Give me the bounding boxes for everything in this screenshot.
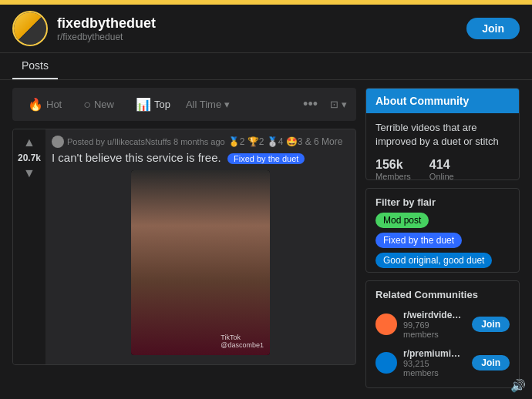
related-communities-card: Related Communities r/weirdvideosfor3am … — [365, 280, 520, 388]
hot-label: Hot — [46, 99, 62, 110]
post-meta: Posted by u/IlikecatsNstuffs 8 months ag… — [52, 136, 349, 148]
top-label: Top — [154, 99, 170, 110]
header: fixedbytheduet r/fixedbytheduet Join — [0, 5, 532, 53]
hot-icon: 🔥 — [28, 97, 43, 112]
user-avatar-icon — [52, 136, 64, 148]
about-community-body: Terrible videos that are improved by a d… — [366, 113, 519, 180]
tab-posts[interactable]: Posts — [12, 53, 58, 79]
avatar-image — [14, 12, 46, 45]
related-community-3: r/UnusualVideos 93,114 members Join — [366, 382, 519, 388]
related-community-1: r/weirdvideosfor3am 99,769 members Join — [366, 305, 519, 344]
post-awards: 🥇2 🏆2 🥈4 🤩3 & 6 More — [228, 136, 343, 147]
online-count: 414 — [429, 158, 454, 172]
post-flair-badge[interactable]: Fixed by the duet — [227, 153, 305, 164]
flair-filter-card: Filter by flair Mod post Fixed by the du… — [365, 188, 520, 273]
sort-new[interactable]: ○ New — [77, 95, 120, 115]
sidebar: About Community Terrible videos that are… — [365, 88, 520, 388]
header-text: fixedbytheduet r/fixedbytheduet — [57, 15, 457, 42]
post-vote: ▲ 20.7k ▼ — [13, 129, 45, 364]
tiktok-label: TikTok — [221, 334, 241, 341]
flair-tags-container: Mod post Fixed by the duet Good original… — [366, 213, 519, 273]
related-avatar-2 — [375, 352, 397, 374]
sort-bar: 🔥 Hot ○ New 📊 Top All Time ▾ ••• ⊡ ▾ — [12, 88, 356, 121]
post-author-text: Posted by u/IlikecatsNstuffs 8 months ag… — [67, 137, 225, 146]
avatar — [12, 11, 48, 46]
layout-icon: ⊡ — [330, 99, 338, 110]
post-inner: ▲ 20.7k ▼ Posted by u/IlikecatsNstuffs 8… — [13, 129, 355, 364]
online-label: Online — [429, 172, 454, 180]
feed: 🔥 Hot ○ New 📊 Top All Time ▾ ••• ⊡ ▾ — [12, 88, 356, 388]
top-icon: 📊 — [136, 97, 151, 112]
members-count: 156k — [375, 158, 411, 172]
post-title[interactable]: I can't believe this service is free. Fi… — [52, 151, 349, 164]
about-community-header: About Community — [366, 89, 519, 113]
related-info-3: r/UnusualVideos 93,114 members — [403, 387, 466, 388]
chevron-down-icon-2: ▾ — [342, 99, 347, 110]
sort-time-filter[interactable]: All Time ▾ — [186, 99, 230, 110]
related-members-2: 93,215 members — [403, 359, 466, 377]
downvote-button[interactable]: ▼ — [23, 166, 35, 180]
post-card: ▲ 20.7k ▼ Posted by u/IlikecatsNstuffs 8… — [12, 129, 356, 365]
tiktok-user: @dascombe1 — [221, 341, 264, 349]
video-container[interactable]: TikTok @dascombe1 — [131, 170, 270, 355]
community-name: fixedbytheduet — [57, 15, 457, 32]
flair-tag-goodoriginal[interactable]: Good original, good duet — [375, 253, 492, 268]
join-related-1[interactable]: Join — [472, 317, 510, 332]
tiktok-badge: TikTok @dascombe1 — [221, 334, 264, 349]
join-button[interactable]: Join — [466, 18, 520, 39]
new-icon: ○ — [83, 98, 91, 112]
related-name-3[interactable]: r/UnusualVideos — [403, 387, 466, 388]
community-description: Terrible videos that are improved by a d… — [375, 121, 510, 149]
members-stat: 156k Members — [375, 158, 411, 180]
flair-tag-modpost[interactable]: Mod post — [375, 213, 429, 228]
post-content: Posted by u/IlikecatsNstuffs 8 months ag… — [45, 129, 355, 364]
flair-tag-fixedbyduet[interactable]: Fixed by the duet — [375, 233, 462, 248]
related-community-2: r/premiuminternet 93,215 members Join — [366, 344, 519, 382]
related-name-2[interactable]: r/premiuminternet — [403, 348, 466, 359]
vote-count: 20.7k — [18, 153, 41, 163]
flair-filter-header: Filter by flair — [366, 189, 519, 213]
tabs-bar: Posts — [0, 53, 532, 80]
related-members-1: 99,769 members — [403, 320, 466, 339]
related-communities-header: Related Communities — [366, 281, 519, 305]
related-avatar-1 — [375, 314, 397, 335]
new-label: New — [94, 99, 114, 110]
members-label: Members — [375, 172, 411, 180]
video-thumbnail: TikTok @dascombe1 — [131, 170, 270, 355]
video-face — [131, 170, 270, 355]
related-name-1[interactable]: r/weirdvideosfor3am — [403, 310, 466, 320]
related-info-1: r/weirdvideosfor3am 99,769 members — [403, 310, 466, 339]
sort-hot[interactable]: 🔥 Hot — [22, 94, 68, 115]
related-info-2: r/premiuminternet 93,215 members — [403, 348, 466, 377]
main-layout: 🔥 Hot ○ New 📊 Top All Time ▾ ••• ⊡ ▾ — [0, 80, 532, 396]
community-subreddit: r/fixedbytheduet — [57, 32, 457, 42]
sort-top[interactable]: 📊 Top — [130, 94, 177, 115]
join-related-2[interactable]: Join — [472, 355, 510, 370]
time-label: All Time — [186, 99, 221, 110]
about-community-card: About Community Terrible videos that are… — [365, 88, 520, 180]
post-title-text: I can't believe this service is free. — [52, 151, 221, 164]
chevron-down-icon: ▾ — [224, 99, 230, 110]
community-stats: 156k Members 414 Online — [375, 158, 510, 180]
upvote-button[interactable]: ▲ — [23, 136, 35, 149]
layout-toggle[interactable]: ⊡ ▾ — [330, 99, 347, 110]
sort-more-button[interactable]: ••• — [303, 96, 318, 112]
online-stat: 414 Online — [429, 158, 454, 180]
